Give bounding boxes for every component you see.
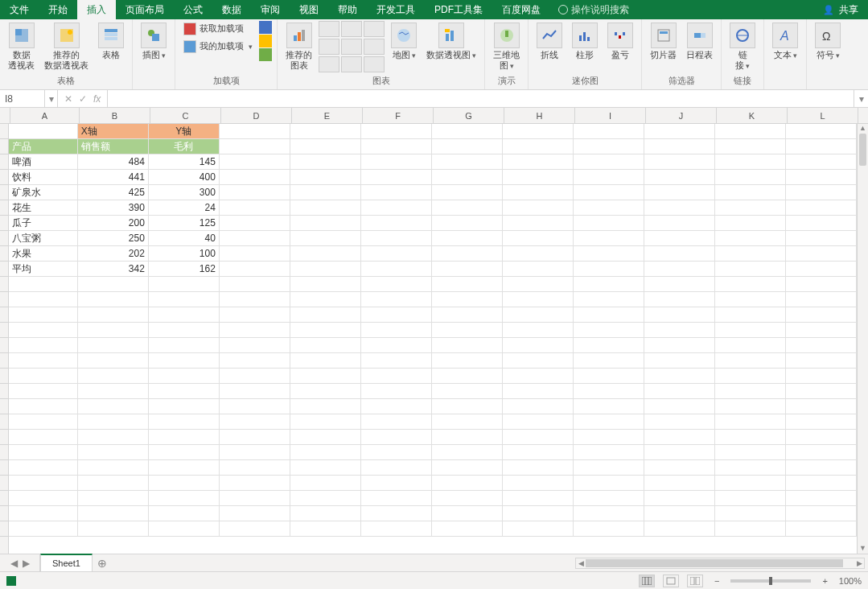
cell-I18[interactable] (574, 384, 644, 399)
cell-B7[interactable]: 200 (78, 216, 149, 231)
cell-G18[interactable] (432, 384, 503, 399)
cell-B9[interactable]: 202 (78, 246, 149, 262)
cell-H18[interactable] (503, 384, 574, 399)
cell-J6[interactable] (644, 200, 715, 216)
cell-D18[interactable] (220, 384, 290, 399)
cell-K17[interactable] (715, 369, 786, 384)
tab-公式[interactable]: 公式 (174, 0, 212, 19)
cell-K9[interactable] (715, 246, 786, 262)
cell-F26[interactable] (361, 506, 432, 521)
cell-F11[interactable] (361, 277, 432, 292)
cell-B14[interactable] (78, 323, 149, 338)
cell-I5[interactable] (574, 185, 644, 200)
cell-K2[interactable] (715, 139, 786, 154)
cell-F14[interactable] (361, 323, 432, 338)
cell-J19[interactable] (644, 399, 715, 414)
cell-A19[interactable] (9, 399, 78, 414)
symbol-button[interactable]: Ω符号▾ (812, 21, 844, 62)
cell-J2[interactable] (644, 139, 715, 154)
col-header-A[interactable]: A (10, 108, 80, 123)
my-addins-button[interactable]: 我的加载项▾ (180, 39, 256, 55)
cell-D20[interactable] (220, 414, 290, 430)
cell-H17[interactable] (503, 369, 574, 384)
cell-B15[interactable] (78, 338, 149, 353)
cell-L15[interactable] (786, 338, 857, 353)
cell-A9[interactable]: 水果 (9, 246, 78, 262)
cell-C18[interactable] (149, 384, 220, 399)
horizontal-scrollbar[interactable]: ◀ ▶ (575, 558, 865, 569)
cell-K4[interactable] (715, 170, 786, 185)
cell-G16[interactable] (432, 353, 503, 369)
cell-K24[interactable] (715, 476, 786, 491)
recommended-charts-button[interactable]: 推荐的 图表 (282, 21, 315, 72)
cell-E18[interactable] (290, 384, 361, 399)
cell-E11[interactable] (290, 277, 361, 292)
cell-G27[interactable] (432, 521, 503, 537)
cell-K18[interactable] (715, 384, 786, 399)
cell-J7[interactable] (644, 216, 715, 231)
cell-K3[interactable] (715, 154, 786, 170)
col-header-J[interactable]: J (646, 108, 717, 123)
cell-G8[interactable] (432, 231, 503, 246)
stock-chart-icon[interactable] (319, 56, 339, 72)
tab-审阅[interactable]: 审阅 (251, 0, 290, 19)
bar-chart-icon[interactable] (319, 39, 339, 55)
normal-view-button[interactable] (639, 575, 655, 587)
tab-开发工具[interactable]: 开发工具 (367, 0, 425, 19)
cell-A16[interactable] (9, 353, 78, 369)
cell-I15[interactable] (574, 338, 644, 353)
page-layout-view-button[interactable] (663, 575, 679, 587)
cell-I25[interactable] (574, 491, 644, 506)
cell-C17[interactable] (149, 369, 220, 384)
cell-A1[interactable] (9, 124, 78, 139)
cell-D6[interactable] (220, 200, 290, 216)
cell-E26[interactable] (290, 506, 361, 521)
cell-B12[interactable] (78, 292, 149, 307)
cell-K19[interactable] (715, 399, 786, 414)
row-header-3[interactable] (0, 154, 8, 170)
cell-D24[interactable] (220, 476, 290, 491)
cell-K8[interactable] (715, 231, 786, 246)
cell-D11[interactable] (220, 277, 290, 292)
cancel-formula-icon[interactable]: ✕ (64, 93, 72, 105)
cell-D13[interactable] (220, 307, 290, 323)
cell-I21[interactable] (574, 430, 644, 445)
cell-E4[interactable] (290, 170, 361, 185)
cell-L21[interactable] (786, 430, 857, 445)
cell-B27[interactable] (78, 521, 149, 537)
cell-L5[interactable] (786, 185, 857, 200)
sparkline-column-button[interactable]: 柱形 (569, 21, 601, 62)
cell-I9[interactable] (574, 246, 644, 262)
cell-H5[interactable] (503, 185, 574, 200)
cell-H9[interactable] (503, 246, 574, 262)
cell-L16[interactable] (786, 353, 857, 369)
scroll-up-icon[interactable]: ▲ (858, 124, 868, 134)
cell-D2[interactable] (220, 139, 290, 154)
cell-G20[interactable] (432, 414, 503, 430)
3d-map-button[interactable]: 三维地 图▾ (490, 21, 523, 72)
cell-E19[interactable] (290, 399, 361, 414)
row-header-2[interactable] (0, 139, 8, 154)
cell-L19[interactable] (786, 399, 857, 414)
cell-C2[interactable]: 毛利 (149, 139, 220, 154)
cell-E15[interactable] (290, 338, 361, 353)
row-header-20[interactable] (0, 414, 8, 430)
cell-H21[interactable] (503, 430, 574, 445)
cell-E1[interactable] (290, 124, 361, 139)
cell-D14[interactable] (220, 323, 290, 338)
cell-G19[interactable] (432, 399, 503, 414)
cell-G9[interactable] (432, 246, 503, 262)
tab-百度网盘[interactable]: 百度网盘 (492, 0, 550, 19)
sheet-next-icon[interactable]: ▶ (23, 558, 30, 569)
cell-J8[interactable] (644, 231, 715, 246)
cell-A25[interactable] (9, 491, 78, 506)
cell-E10[interactable] (290, 262, 361, 277)
cell-I16[interactable] (574, 353, 644, 369)
name-box[interactable]: I8 (0, 90, 45, 107)
cell-G26[interactable] (432, 506, 503, 521)
sheet-prev-icon[interactable]: ◀ (10, 558, 18, 569)
cell-F2[interactable] (361, 139, 432, 154)
cell-I4[interactable] (574, 170, 644, 185)
row-header-1[interactable] (0, 124, 8, 139)
cell-F1[interactable] (361, 124, 432, 139)
